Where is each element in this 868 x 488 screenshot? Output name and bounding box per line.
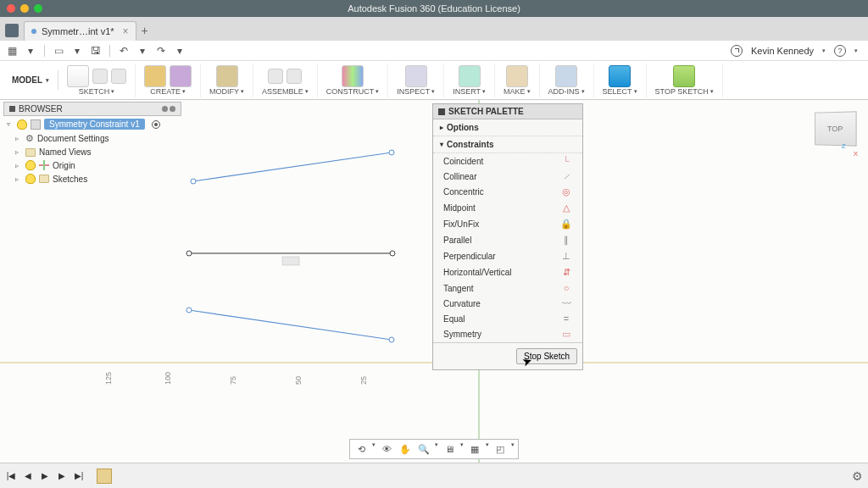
visibility-bulb-icon[interactable]: [25, 160, 36, 170]
sketch-line-icon[interactable]: [67, 65, 89, 87]
close-tab-icon[interactable]: ×: [123, 25, 129, 37]
data-panel-dropdown[interactable]: ▾: [24, 44, 37, 58]
job-status-icon[interactable]: [731, 45, 743, 57]
timeline-start-button[interactable]: |◀: [5, 470, 17, 482]
user-menu-dropdown[interactable]: ▾: [822, 47, 826, 54]
grid-button[interactable]: ▦: [467, 441, 482, 457]
document-tab[interactable]: Symmetr…int v1* ×: [24, 21, 136, 41]
scripts-icon[interactable]: [555, 65, 577, 87]
contact-icon[interactable]: [287, 69, 302, 84]
sketch-rect-icon[interactable]: [111, 69, 126, 84]
timeline-prev-button[interactable]: ◀: [22, 470, 34, 482]
timeline-settings-icon[interactable]: ⚙: [852, 469, 863, 483]
constraint-coincident[interactable]: Coincident└: [433, 153, 582, 169]
stop-sketch-icon[interactable]: [673, 65, 695, 87]
file-menu-dropdown[interactable]: ▾: [70, 44, 84, 58]
app-home-icon[interactable]: [5, 24, 19, 37]
palette-section-options[interactable]: ▸Options: [433, 119, 582, 136]
viewport-dropdown[interactable]: ▾: [511, 441, 515, 457]
redo-button[interactable]: ↷: [154, 44, 168, 58]
ribbon-group-inspect: INSPECT▾: [388, 64, 444, 97]
constraint-symmetry[interactable]: Symmetry▭: [433, 326, 582, 342]
construct-group-label[interactable]: CONSTRUCT▾: [326, 87, 380, 96]
active-component-indicator-icon[interactable]: [152, 120, 160, 129]
select-tool-icon[interactable]: [609, 65, 631, 87]
workspace-switcher[interactable]: MODEL▾: [3, 70, 58, 90]
orbit-dropdown[interactable]: ▾: [372, 441, 376, 457]
minimize-window-button[interactable]: [20, 4, 29, 13]
sketch-group-label[interactable]: SKETCH▾: [79, 87, 115, 96]
select-group-label[interactable]: SELECT▾: [603, 87, 637, 96]
undo-button[interactable]: ↶: [117, 44, 131, 58]
browser-toggle-icon[interactable]: [9, 106, 15, 112]
zoom-button[interactable]: 🔍: [416, 441, 431, 457]
timeline-next-button[interactable]: ▶: [56, 470, 68, 482]
constraint-tangent[interactable]: Tangent○: [433, 280, 582, 296]
tree-item-document-settings[interactable]: ▹⚙ Document Settings: [3, 131, 181, 146]
constraint-midpoint[interactable]: Midpoint△: [433, 200, 582, 216]
constraint-equal[interactable]: Equal=: [433, 311, 582, 326]
constraint-curvature[interactable]: Curvature〰: [433, 296, 582, 311]
constraint-perpendicular[interactable]: Perpendicular⊥: [433, 248, 582, 264]
inspect-group-label[interactable]: INSPECT▾: [397, 87, 435, 96]
help-icon[interactable]: ?: [834, 45, 846, 57]
visibility-bulb-icon[interactable]: [25, 174, 36, 184]
view-cube[interactable]: TOP: [815, 111, 857, 146]
constraint-collinear[interactable]: Collinear⟋: [433, 169, 582, 184]
user-name[interactable]: Kevin Kennedy: [751, 46, 814, 56]
viewport-button[interactable]: ◰: [492, 441, 508, 457]
create-group-label[interactable]: CREATE▾: [150, 87, 186, 96]
palette-header[interactable]: SKETCH PALETTE: [433, 104, 582, 119]
constraint-parallel[interactable]: Parallel∥: [433, 232, 582, 248]
browser-pin-icon[interactable]: [162, 106, 168, 112]
close-window-button[interactable]: [7, 4, 15, 13]
browser-panel-header[interactable]: BROWSER: [3, 102, 181, 116]
timeline-feature-sketch[interactable]: [97, 469, 112, 484]
modify-group-label[interactable]: MODIFY▾: [209, 87, 244, 96]
grid-dropdown[interactable]: ▾: [486, 441, 489, 457]
ribbon-group-insert: INSERT▾: [444, 64, 495, 97]
insert-group-label[interactable]: INSERT▾: [453, 87, 486, 96]
timeline-end-button[interactable]: ▶|: [73, 470, 85, 482]
measure-icon[interactable]: [405, 65, 427, 87]
save-button[interactable]: 🖫: [89, 44, 103, 58]
tree-item-origin[interactable]: ▹ Origin: [3, 158, 181, 172]
tree-root[interactable]: ▿ Symmetry Constraint v1: [3, 117, 181, 131]
data-panel-button[interactable]: ▦: [5, 44, 19, 58]
help-dropdown[interactable]: ▾: [854, 47, 858, 54]
press-pull-icon[interactable]: [216, 65, 238, 87]
constraint-fix-unfix[interactable]: Fix/UnFix🔒: [433, 216, 582, 232]
display-dropdown[interactable]: ▾: [460, 441, 464, 457]
constraint-horizontal-vertical[interactable]: Horizontal/Vertical⇵: [433, 264, 582, 280]
file-menu-button[interactable]: ▭: [52, 44, 65, 58]
extrude-icon[interactable]: [144, 65, 166, 87]
make-group-label[interactable]: MAKE▾: [504, 87, 531, 96]
palette-section-constraints[interactable]: ▾Constraints: [433, 136, 582, 153]
orbit-button[interactable]: ⟲: [353, 441, 369, 457]
box-icon[interactable]: [170, 65, 192, 87]
print-icon[interactable]: [506, 65, 528, 87]
plane-icon[interactable]: [342, 65, 364, 87]
addins-group-label[interactable]: ADD-INS▾: [548, 87, 585, 96]
maximize-window-button[interactable]: [34, 4, 42, 13]
decal-icon[interactable]: [459, 65, 481, 87]
redo-dropdown[interactable]: ▾: [173, 44, 186, 58]
undo-dropdown[interactable]: ▾: [136, 44, 149, 58]
joint-icon[interactable]: [268, 69, 283, 84]
new-tab-button[interactable]: +: [142, 24, 148, 41]
zoom-dropdown[interactable]: ▾: [435, 441, 438, 457]
display-button[interactable]: 🖥: [442, 441, 457, 457]
timeline-play-button[interactable]: ▶: [39, 470, 51, 482]
look-at-button[interactable]: 👁: [379, 441, 394, 457]
pan-button[interactable]: ✋: [398, 441, 413, 457]
stop-sketch-group-label[interactable]: STOP SKETCH▾: [655, 87, 714, 96]
palette-collapse-icon[interactable]: [438, 108, 445, 115]
browser-pin-icon-2[interactable]: [170, 106, 175, 112]
sketch-arc-icon[interactable]: [92, 69, 108, 84]
tree-item-named-views[interactable]: ▹ Named Views: [3, 146, 181, 158]
constraint-concentric[interactable]: Concentric◎: [433, 184, 582, 200]
visibility-bulb-icon[interactable]: [17, 119, 27, 130]
parallel-icon: ∥: [560, 235, 572, 246]
assemble-group-label[interactable]: ASSEMBLE▾: [262, 87, 309, 96]
tree-item-sketches[interactable]: ▹ Sketches: [3, 172, 181, 186]
